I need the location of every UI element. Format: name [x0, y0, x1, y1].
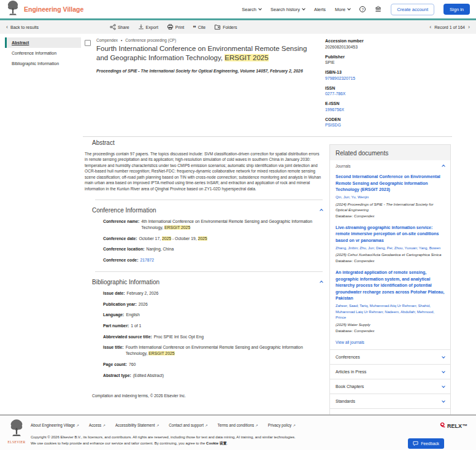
related-document-title[interactable]: Live-streaming geographic information se…: [336, 225, 445, 244]
related-document-title[interactable]: An integrated application of remote sens…: [336, 270, 445, 302]
source-line: Proceedings of SPIE - The International …: [96, 69, 308, 73]
database-label: Database:: [336, 328, 354, 333]
field-row: Conference date:October 17, 2025 - Octob…: [103, 236, 323, 242]
bibliographic-information-label: Bibliographic Information: [92, 279, 159, 285]
related-section-articles-in-press[interactable]: Articles in Press: [330, 364, 450, 379]
field-row: Publication year:2026: [103, 301, 323, 308]
metadata-link[interactable]: 9798902320715: [325, 76, 451, 80]
relx-mark-icon: [439, 422, 446, 430]
field-label: Part number:: [103, 323, 129, 329]
metadata-link[interactable]: 0277-786X: [325, 91, 451, 96]
footer-link-privacy-policy[interactable]: Privacy policy↗: [268, 423, 296, 427]
toolbar-actions: Share Export Print ” Cite Folders: [110, 24, 237, 31]
next-record-icon[interactable]: ›: [468, 25, 470, 30]
elsevier-wordmark: ELSEVIER: [6, 440, 27, 444]
field-label: Issue date:: [103, 290, 125, 297]
field-row: Page count:760: [103, 362, 323, 368]
print-button[interactable]: Print: [167, 24, 184, 31]
page-title: Fourth International Conference on Envir…: [96, 44, 308, 63]
brand-title: Engineering Village: [24, 6, 83, 13]
create-account-button[interactable]: Create account: [391, 4, 434, 15]
view-all-journals-link[interactable]: View all journals: [330, 336, 450, 349]
footer-link-access[interactable]: Access↗: [89, 423, 106, 427]
chevron-down-icon: [347, 7, 351, 10]
previous-record-icon[interactable]: ‹: [429, 25, 431, 30]
metadata-link[interactable]: 1996756X: [325, 107, 451, 112]
metadata-link[interactable]: PSISDG: [325, 123, 451, 127]
folders-button[interactable]: Folders: [214, 24, 237, 31]
institution-icon[interactable]: [375, 6, 382, 14]
metadata-group: E-ISSN1996756X: [325, 101, 451, 112]
database-label: Database:: [336, 214, 354, 218]
export-button[interactable]: Export: [138, 24, 158, 31]
footer-link-contact-and-support[interactable]: Contact and support↗: [169, 423, 207, 427]
back-to-results-button[interactable]: ‹ Back to results: [6, 25, 39, 30]
chevron-left-icon: ‹: [6, 25, 8, 30]
journals-section-header[interactable]: Journals: [330, 160, 450, 171]
footer-link-accessibility-statement[interactable]: Accessibility Statement↗: [115, 423, 159, 427]
sidebar-item-conference-information[interactable]: Conference Information: [5, 48, 81, 58]
metadata-label: ISSN: [325, 86, 451, 90]
chevron-up-icon[interactable]: [320, 281, 323, 284]
feedback-button[interactable]: Feedback: [408, 438, 444, 449]
title-highlight: ERSGIT 2025: [225, 54, 268, 61]
cookie-settings-link[interactable]: Cookie 设置: [206, 441, 227, 445]
field-value: October 17, 2025 - October 19, 2025: [139, 236, 207, 242]
related-documents-panel: Related documents Journals Second Intern…: [329, 144, 451, 437]
related-section-standards[interactable]: Standards: [330, 394, 450, 408]
help-icon[interactable]: ?: [359, 6, 366, 12]
share-icon: [110, 24, 116, 31]
field-row: Part number:1 of 1: [103, 323, 323, 329]
related-section-label: Book Chapters: [336, 384, 364, 389]
sign-in-button[interactable]: Sign in: [443, 4, 470, 15]
metadata-label: E-ISSN: [325, 101, 451, 106]
share-button[interactable]: Share: [110, 24, 129, 31]
record-count-label: Record 1 of 164: [434, 25, 465, 29]
nav-search[interactable]: Search: [242, 7, 261, 12]
field-value: Nanjing, China: [147, 246, 174, 252]
nav-alerts[interactable]: Alerts: [314, 7, 326, 12]
field-label: Conference name:: [103, 219, 139, 231]
related-document-authors[interactable]: Qin, Jun; Yu, Wenjin: [336, 195, 445, 201]
related-document-title[interactable]: Second International Conference on Envir…: [336, 174, 445, 193]
back-to-results-label: Back to results: [10, 25, 39, 29]
nav-search-history[interactable]: Search history: [271, 7, 305, 12]
external-link-icon: ↗: [255, 424, 258, 427]
field-row: Language:English: [103, 312, 323, 318]
footer-link-terms-and-conditions[interactable]: Terms and conditions↗: [218, 423, 258, 427]
field-row: Conference location:Nanjing, China: [103, 246, 323, 252]
cite-button[interactable]: ” Cite: [193, 25, 205, 29]
field-text: (Edited Abstract): [133, 373, 164, 378]
related-document-authors[interactable]: Zaheer, Saad; Tariq, Muhammad Atiq Ur Re…: [336, 303, 445, 321]
journals-list: Second International Conference on Envir…: [330, 171, 450, 336]
record-metadata: Accession number20260820130453PublisherS…: [325, 39, 451, 133]
chevron-down-icon: [258, 7, 262, 10]
field-label: Page count:: [103, 362, 127, 368]
related-document: Second International Conference on Envir…: [330, 171, 450, 222]
chevron-up-icon[interactable]: [320, 209, 323, 212]
metadata-group: CODENPSISDG: [325, 117, 451, 128]
sidebar-item-abstract[interactable]: Abstract: [5, 37, 81, 48]
field-text: - October 19,: [171, 236, 198, 241]
field-label: Conference code:: [103, 257, 138, 263]
related-document-authors[interactable]: Zhang, Jinbin; Zhu, Jun; Dang, Pei; Zhou…: [336, 246, 445, 252]
related-section-conferences[interactable]: Conferences: [330, 349, 450, 364]
field-value: English: [126, 312, 139, 318]
folders-label: Folders: [223, 25, 237, 29]
field-link[interactable]: 217872: [140, 258, 154, 262]
record-select-checkbox[interactable]: [85, 40, 91, 46]
related-document-source: (2024) Proceedings of SPIE - The Interna…: [336, 202, 445, 213]
related-section-book-chapters[interactable]: Book Chapters: [330, 379, 450, 394]
metadata-value: SPIE: [325, 60, 451, 64]
conference-information-fields: Conference name:4th International Confer…: [103, 219, 323, 263]
engineering-village-logo[interactable]: Engineering Village: [6, 0, 83, 18]
related-section-label: Standards: [336, 399, 355, 403]
conference-information-heading: Conference Information: [85, 207, 323, 214]
export-icon: [138, 24, 144, 31]
footer-link-about-engineering-village[interactable]: About Engineering Village↗: [31, 423, 79, 427]
sidebar-item-bibliographic-information[interactable]: Bibliographic Information: [5, 58, 81, 69]
field-text: February 2, 2026: [127, 291, 159, 295]
nav-more[interactable]: More: [335, 7, 350, 12]
cite-label: Cite: [198, 25, 205, 29]
field-text: October 17,: [139, 236, 162, 241]
